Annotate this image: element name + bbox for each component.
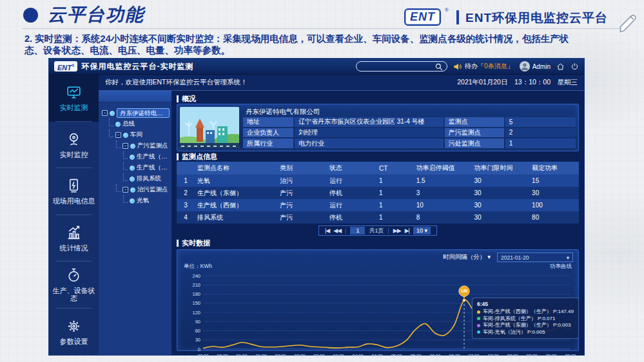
svg-text:240: 240 xyxy=(192,273,200,279)
points-section-title: 监测点信息 xyxy=(177,151,579,162)
date-picker[interactable]: 2021-01-20▾ xyxy=(497,252,573,262)
tree-node-icon xyxy=(130,144,135,149)
brand-separator xyxy=(456,10,459,24)
tree-node-2[interactable]: 总线 xyxy=(101,119,170,129)
peak-marker: 140 xyxy=(459,286,469,299)
table-cell: 光氧 xyxy=(195,176,277,186)
page-size-select[interactable]: 10 ▾ xyxy=(413,227,431,234)
table-cell: 1 xyxy=(376,189,414,196)
tree-connector xyxy=(123,195,128,203)
interval-dropdown[interactable]: 时间间隔（分） ▾ xyxy=(443,253,491,262)
current-page: 1 xyxy=(350,227,365,234)
tree-node-6[interactable]: 生产线（西侧） xyxy=(101,162,170,173)
sidebar-item-3[interactable]: 现场用电信息 xyxy=(49,168,99,215)
table-cell: 100 xyxy=(529,202,579,209)
svg-text:01:00: 01:00 xyxy=(236,354,247,358)
tree-node-icon xyxy=(130,155,135,160)
home-icon[interactable] xyxy=(556,62,565,71)
table-cell: 8 xyxy=(414,214,472,221)
sidebar-item-2[interactable]: 实时监控 xyxy=(49,122,99,169)
sidebar-item-6[interactable]: 参数设置 xyxy=(49,309,99,356)
svg-text:06:30: 06:30 xyxy=(449,354,460,358)
sidebar-item-label: 统计情况 xyxy=(59,244,90,252)
table-row[interactable]: 3生产线（西侧）产污运行11030100 xyxy=(177,199,579,211)
column-header: 监测点名称 xyxy=(195,164,277,173)
overview-grid: 地址辽宁省丹东市振兴区仪表企业园区 31-4 号楼监测点5企业负责人刘经理产污监… xyxy=(243,117,576,148)
username[interactable]: Admin xyxy=(532,63,551,70)
tree-node-icon xyxy=(130,176,135,182)
welcome-text: 你好，欢迎使用ENT环保监控云平台管理系统！ xyxy=(105,78,248,87)
svg-text:04:30: 04:30 xyxy=(371,354,382,358)
search-icon[interactable] xyxy=(435,63,443,71)
table-cell: 运行 xyxy=(327,201,376,210)
todo-count: 0条消息 xyxy=(484,62,507,70)
svg-text:09:00: 09:00 xyxy=(545,354,556,358)
sidebar-item-label: 参数设置 xyxy=(59,338,90,345)
monitor-chart-icon xyxy=(66,84,82,100)
tree-node-1[interactable]: -丹东伊诺特电气有限公司 xyxy=(101,108,170,119)
next-page-icon[interactable]: ▶▶ xyxy=(393,227,401,234)
slide-description: 2. 实时监测：系统24小时连续不间断实时监控：采集现场用电信息，可以查看企业、… xyxy=(24,33,592,56)
tree-node-5[interactable]: 生产线（东侧） xyxy=(101,151,170,162)
slide-title: 云平台功能 xyxy=(48,3,144,27)
search-box[interactable] xyxy=(356,61,447,71)
notification-speaker-icon[interactable] xyxy=(453,62,462,71)
tooltip-entry-text: 车间-光氧（治污） P:0.005 xyxy=(483,329,545,336)
table-cell: 10 xyxy=(414,202,472,209)
tree-node-label: 排风系统 xyxy=(137,175,161,183)
first-page-icon[interactable]: |◀ xyxy=(325,227,329,234)
search-input[interactable] xyxy=(356,63,447,70)
tree-node-label: 光氧 xyxy=(137,196,149,205)
table-row[interactable]: 4排风系统产污停机183080 xyxy=(177,211,579,224)
svg-text:60: 60 xyxy=(195,328,200,334)
svg-text:07:30: 07:30 xyxy=(487,354,498,358)
table-cell: 生产线（西侧） xyxy=(195,201,277,210)
device-tree: -丹东伊诺特电气有限公司总线-车间-产污监测点生产线（东侧）生产线（西侧）排风系… xyxy=(99,102,171,211)
logout-power-icon[interactable] xyxy=(571,62,579,71)
app-header: ENT® 环保用电监控云平台-实时监测 待办「0条消息」 Admin xyxy=(49,59,584,75)
tooltip-entry-text: 车间-排风系统（生产） P:0.071 xyxy=(483,316,555,323)
tree-node-icon xyxy=(110,111,115,116)
collapse-icon[interactable]: - xyxy=(122,143,128,149)
table-cell: 1.5 xyxy=(414,177,472,184)
avatar[interactable] xyxy=(520,61,530,71)
table-row[interactable]: 1光氧治污运行11.53015 xyxy=(177,175,579,187)
title-bullet-icon xyxy=(23,8,38,23)
table-row[interactable]: 2生产线（东侧）产污停机133030 xyxy=(177,187,579,199)
table-cell: 30 xyxy=(471,202,529,209)
tooltip-entry: 车间-排风系统（生产） P:0.071 xyxy=(477,316,574,323)
points-table-body: 1光氧治污运行11.530152生产线（东侧）产污停机1330303生产线（西侧… xyxy=(177,175,579,224)
svg-text:05:00: 05:00 xyxy=(391,354,402,358)
svg-text:05:30: 05:30 xyxy=(410,354,421,358)
sidebar-item-4[interactable]: 统计情况 xyxy=(49,215,99,262)
collapse-icon[interactable]: - xyxy=(122,187,128,193)
tree-node-4[interactable]: -产污监测点 xyxy=(101,140,170,151)
prev-page-icon[interactable]: ◀◀ xyxy=(333,227,341,234)
last-page-icon[interactable]: ▶| xyxy=(405,227,409,234)
tree-node-3[interactable]: -车间 xyxy=(101,129,170,140)
tree-node-icon xyxy=(123,133,128,138)
column-header: CT xyxy=(376,165,414,172)
collapse-icon[interactable]: - xyxy=(115,132,121,138)
app-logo: ENT® xyxy=(54,61,77,72)
tree-node-9[interactable]: 光氧 xyxy=(101,195,170,206)
svg-text:01:30: 01:30 xyxy=(255,354,266,358)
tooltip-entry: 车间-光氧（治污） P:0.005 xyxy=(477,329,574,336)
sidebar-item-label: 生产、设备状态 xyxy=(49,287,99,302)
row-index: 3 xyxy=(177,202,195,209)
svg-text:04:00: 04:00 xyxy=(352,354,363,358)
tree-node-label: 产污监测点 xyxy=(137,142,168,150)
tree-connector xyxy=(123,162,128,170)
overview-label: 企业负责人 xyxy=(243,128,293,138)
tree-node-8[interactable]: -治污监测点 xyxy=(101,184,170,195)
tree-node-7[interactable]: 排风系统 xyxy=(101,173,170,184)
table-cell: 生产线（东侧） xyxy=(195,189,277,198)
collapse-icon[interactable]: - xyxy=(102,110,108,116)
sidebar-item-5[interactable]: 生产、设备状态 xyxy=(49,262,99,309)
overview-value: 刘经理 xyxy=(295,128,444,138)
todo-messages[interactable]: 待办「0条消息」 xyxy=(465,62,514,71)
pen-icon xyxy=(614,10,639,35)
sidebar-item-1[interactable]: 实时监测 xyxy=(49,75,99,122)
overview-label: 污处监测点 xyxy=(445,138,504,148)
svg-text:0: 0 xyxy=(198,347,200,352)
